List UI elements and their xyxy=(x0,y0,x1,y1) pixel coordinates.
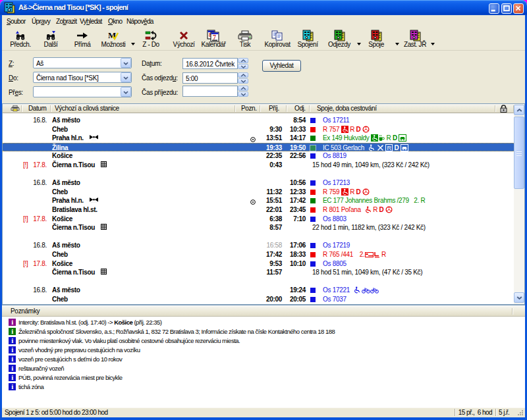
svg-text:7: 7 xyxy=(213,34,216,41)
svg-text:R: R xyxy=(387,145,391,151)
